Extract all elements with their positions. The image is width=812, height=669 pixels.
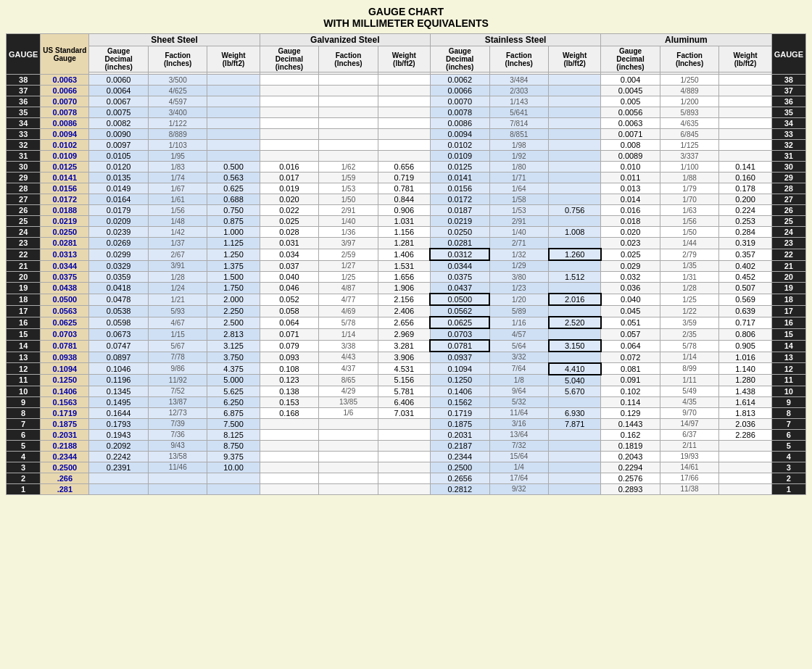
gv-weight: 2.406 [378, 305, 430, 317]
al-weight: 0.224 [719, 205, 771, 216]
sh-weight [207, 107, 260, 118]
al-weight: 0.452 [719, 272, 771, 283]
sh-decimal: 0.0538 [89, 305, 149, 317]
gv-decimal: 0.025 [260, 216, 319, 227]
sh-weight: 3.125 [207, 340, 260, 352]
sh-decimal: 0.0105 [89, 151, 149, 162]
sh-weight [207, 118, 260, 129]
us-std: 0.1406 [41, 386, 89, 396]
table-row: 3 0.2500 0.2391 11/46 10.00 0.2500 1/4 0… [7, 462, 806, 473]
galvanized-header: Galvanized Steel [260, 34, 430, 46]
sh-faction: 7/36 [148, 429, 207, 440]
sh-weight: 0.563 [207, 173, 260, 183]
table-row: 36 0.0070 0.0067 4/597 0.0070 1/143 0.00… [7, 96, 806, 107]
gv-faction: 1/36 [319, 227, 378, 238]
gv-decimal: 0.034 [260, 249, 319, 260]
ss-faction: 1/71 [489, 173, 549, 183]
us-std: 0.0063 [41, 75, 89, 86]
al-weight [719, 440, 771, 451]
gv-faction: 3/97 [319, 238, 378, 249]
table-row: 38 0.0063 0.0060 3/500 0.0062 3/484 0.00… [7, 75, 806, 86]
gv-decimal: 0.108 [260, 363, 319, 375]
al-decimal: 0.2043 [601, 451, 660, 462]
gauge-right: 8 [771, 407, 805, 418]
al-decimal: 0.102 [601, 386, 660, 396]
al-faction: 6/845 [660, 129, 719, 140]
ss-decimal: 0.2656 [430, 473, 489, 483]
gauge-right: 3 [771, 462, 805, 473]
table-row: 1 .281 0.2812 9/32 0.2893 11/38 1 [7, 483, 806, 494]
gv-weight: 6.406 [378, 396, 430, 407]
al-decimal: 0.2576 [601, 473, 660, 483]
gv-weight: 0.906 [378, 205, 430, 216]
gv-decimal: 0.071 [260, 328, 319, 340]
gauge-left: 34 [7, 118, 41, 129]
us-std: 0.0141 [41, 173, 89, 183]
ss-faction: 1/98 [489, 140, 549, 151]
sh-faction: 4/597 [148, 96, 207, 107]
gauge-left: 38 [7, 75, 41, 86]
table-row: 10 0.1406 0.1345 7/52 5.625 0.138 4/29 5… [7, 386, 806, 396]
al-weight [719, 473, 771, 483]
us-std: .281 [41, 483, 89, 494]
gv-faction: 2/59 [319, 249, 378, 260]
sh-weight-label: Weight(lb/ft2) [207, 46, 260, 72]
al-decimal: 0.072 [601, 352, 660, 363]
ss-decimal: 0.2187 [430, 440, 489, 451]
sh-weight: 1.250 [207, 249, 260, 260]
gv-decimal: 0.168 [260, 407, 319, 418]
al-faction: 1/100 [660, 162, 719, 173]
al-decimal: 0.013 [601, 183, 660, 194]
sh-weight: 1.750 [207, 283, 260, 294]
aluminum-header: Aluminum [601, 34, 771, 46]
us-std: 0.0563 [41, 305, 89, 317]
al-weight: 0.253 [719, 216, 771, 227]
al-faction: 4/35 [660, 396, 719, 407]
gv-weight: 0.844 [378, 194, 430, 205]
sh-faction: 1/56 [148, 205, 207, 216]
ss-weight [549, 328, 601, 340]
us-std: 0.0313 [41, 249, 89, 260]
gv-faction: 1/6 [319, 407, 378, 418]
al-weight: 1.813 [719, 407, 771, 418]
gauge-left: 28 [7, 183, 41, 194]
ss-faction: 1/58 [489, 194, 549, 205]
table-row: 33 0.0094 0.0090 8/889 0.0094 8/851 0.00… [7, 129, 806, 140]
al-decimal: 0.010 [601, 162, 660, 173]
ss-weight [549, 305, 601, 317]
gauge-right: 38 [771, 75, 805, 86]
sh-weight: 0.688 [207, 194, 260, 205]
ss-decimal: 0.0102 [430, 140, 489, 151]
al-decimal: 0.2893 [601, 483, 660, 494]
ss-faction: 1/20 [489, 294, 549, 305]
gauge-left: 23 [7, 238, 41, 249]
gauge-left: 1 [7, 483, 41, 494]
ss-faction: 2/91 [489, 216, 549, 227]
ss-weight [549, 129, 601, 140]
gv-decimal [260, 418, 319, 429]
ss-decimal: 0.0500 [430, 294, 489, 305]
sh-faction: 8/889 [148, 129, 207, 140]
gauge-left: 26 [7, 205, 41, 216]
ss-faction: 1/143 [489, 96, 549, 107]
sh-faction: 4/67 [148, 317, 207, 328]
gv-decimal: 0.123 [260, 375, 319, 386]
al-decimal: 0.023 [601, 238, 660, 249]
sh-weight: 3.750 [207, 352, 260, 363]
ss-faction: 1/92 [489, 151, 549, 162]
gv-faction [319, 96, 378, 107]
gv-weight [378, 440, 430, 451]
gauge-header-left: GAUGE [7, 34, 41, 75]
ss-faction: 5/32 [489, 396, 549, 407]
al-weight: 2.286 [719, 429, 771, 440]
gv-weight: 1.531 [378, 260, 430, 272]
sh-faction: 1/15 [148, 328, 207, 340]
gauge-right: 29 [771, 173, 805, 183]
table-row: 17 0.0563 0.0538 5/93 2.250 0.058 4/69 2… [7, 305, 806, 317]
gv-faction: 1/50 [319, 194, 378, 205]
ss-decimal: 0.2500 [430, 462, 489, 473]
sh-decimal: 0.2391 [89, 462, 149, 473]
al-decimal: 0.008 [601, 140, 660, 151]
gv-weight: 2.156 [378, 294, 430, 305]
ss-decimal: 0.1094 [430, 363, 489, 375]
